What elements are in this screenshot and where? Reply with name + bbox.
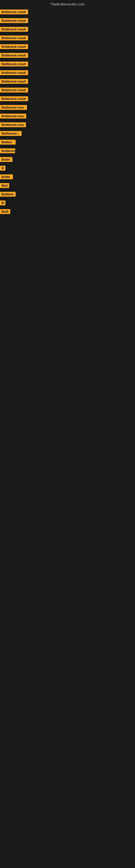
bottleneck-badge: Bottleneck r [0, 131, 21, 136]
bottleneck-badge: Bottlen [0, 140, 16, 145]
bottleneck-badge: B [0, 166, 5, 170]
list-item: Bottl [0, 208, 135, 216]
items-container: Bottleneck result Bottleneck result Bott… [0, 7, 135, 216]
bottleneck-badge: Bottleneck result [0, 35, 28, 40]
list-item: B [0, 199, 135, 208]
list-item: Bottleneck result [0, 95, 135, 103]
list-item: Bottleneck result [0, 34, 135, 42]
bottleneck-badge: Bottleneck result [0, 44, 28, 49]
bottleneck-badge: Bottleneck result [0, 70, 28, 75]
bottom-spacer [0, 216, 135, 232]
list-item: Bottleneck [0, 147, 135, 155]
bottleneck-badge: Bottleneck result [0, 53, 28, 58]
bottleneck-badge: Bottle [0, 175, 13, 179]
list-item: Bottleneck result [0, 8, 135, 17]
list-item: Bott [0, 182, 135, 190]
bottleneck-badge: Bottleneck result [0, 79, 28, 84]
list-item: Bottle [0, 173, 135, 182]
bottleneck-badge: Bott [0, 183, 9, 188]
bottleneck-badge: Bottleneck [0, 148, 15, 153]
list-item: B [0, 164, 135, 173]
list-item: Bottleneck result [0, 25, 135, 34]
bottleneck-badge: Bottleneck resu [0, 122, 26, 127]
site-title: TheBottlenecker.com [50, 2, 85, 6]
list-item: Bottleneck result [0, 86, 135, 95]
bottleneck-badge: Bottleneck result [0, 62, 28, 66]
list-item: Bottleneck result [0, 69, 135, 77]
bottleneck-badge: B [0, 200, 5, 205]
bottleneck-badge: Bottl [0, 209, 10, 214]
list-item: Bottleneck result [0, 51, 135, 60]
list-item: Bottleneck resu [0, 121, 135, 129]
list-item: Bottleneck result [0, 60, 135, 69]
site-header: TheBottlenecker.com [0, 0, 135, 7]
list-item: Bottleneck r [0, 129, 135, 138]
list-item: Bottleneck result [0, 17, 135, 25]
bottleneck-badge: Bottleneck resu [0, 114, 26, 119]
list-item: Bottlene [0, 190, 135, 199]
bottleneck-badge: Bottleneck result [0, 27, 28, 32]
list-item: Bottle [0, 155, 135, 164]
bottleneck-badge: Bottle [0, 157, 12, 162]
bottleneck-badge: Bottlene [0, 192, 16, 197]
list-item: Bottleneck result [0, 42, 135, 51]
bottleneck-badge: Bottleneck result [0, 88, 28, 93]
bottleneck-badge: Bottleneck resu [0, 105, 27, 110]
list-item: Bottlen [0, 138, 135, 147]
list-item: Bottleneck resu [0, 112, 135, 121]
bottleneck-badge: Bottleneck result [0, 18, 28, 23]
list-item: Bottleneck resu [0, 103, 135, 112]
bottleneck-badge: Bottleneck result [0, 96, 28, 101]
bottleneck-badge: Bottleneck result [0, 9, 28, 14]
list-item: Bottleneck result [0, 77, 135, 86]
